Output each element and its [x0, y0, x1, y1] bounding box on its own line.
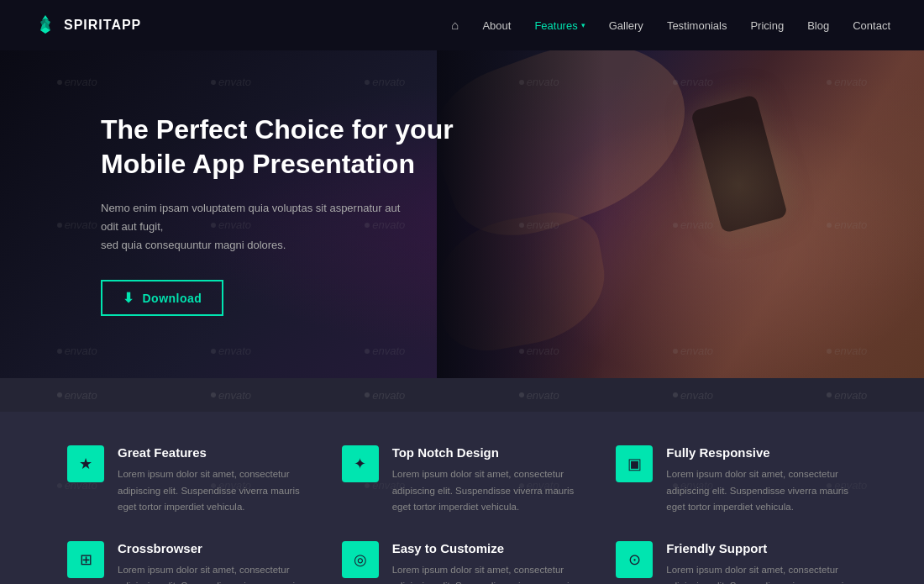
- feature-text-fully-responsive: Fully Responsive Lorem ipsum dolor sit a…: [666, 445, 857, 516]
- nav-blog[interactable]: Blog: [807, 18, 829, 33]
- feature-icon-easy-to-customize: ◎: [342, 541, 379, 578]
- features-grid: ★ Great Features Lorem ipsum dolor sit a…: [67, 445, 857, 584]
- feature-text-easy-to-customize: Easy to Customize Lorem ipsum dolor sit …: [392, 541, 583, 584]
- home-icon: ⌂: [451, 18, 459, 32]
- feature-icon-fully-responsive: ▣: [616, 445, 653, 482]
- hero-title: The Perfect Choice for your Mobile App P…: [101, 113, 470, 182]
- feature-item-fully-responsive: ▣ Fully Responsive Lorem ipsum dolor sit…: [616, 445, 857, 516]
- feature-item-great-features: ★ Great Features Lorem ipsum dolor sit a…: [67, 445, 308, 516]
- hero-description: Nemo enim ipsam voluptatem quia voluptas…: [101, 199, 420, 255]
- feature-icon-crossbrowser: ⊞: [67, 541, 104, 578]
- nav-features[interactable]: Features ▾: [534, 19, 585, 32]
- nav-home[interactable]: ⌂: [451, 18, 459, 33]
- feature-icon-great-features: ★: [67, 445, 104, 482]
- feature-text-great-features: Great Features Lorem ipsum dolor sit ame…: [118, 445, 308, 516]
- feature-text-crossbrowser: Crossbrowser Lorem ipsum dolor sit amet,…: [118, 541, 308, 584]
- nav-testimonials[interactable]: Testimonials: [667, 18, 727, 33]
- feature-item-friendly-support: ⊙ Friendly Support Lorem ipsum dolor sit…: [616, 541, 857, 584]
- hero-image: [437, 50, 924, 378]
- feature-text-top-notch-design: Top Notch Design Lorem ipsum dolor sit a…: [392, 445, 583, 516]
- logo[interactable]: SPIRITAPP: [34, 13, 141, 37]
- download-button[interactable]: ⬇ Download: [101, 280, 223, 316]
- nav-links: ⌂ About Features ▾ Gallery Testimonials …: [451, 18, 890, 33]
- navbar: SPIRITAPP ⌂ About Features ▾ Gallery Tes…: [0, 0, 924, 50]
- chevron-down-icon: ▾: [581, 21, 585, 29]
- feature-icon-friendly-support: ⊙: [616, 541, 653, 578]
- nav-pricing[interactable]: Pricing: [750, 18, 784, 33]
- nav-contact[interactable]: Contact: [853, 18, 890, 33]
- nav-gallery[interactable]: Gallery: [609, 18, 643, 33]
- feature-item-easy-to-customize: ◎ Easy to Customize Lorem ipsum dolor si…: [342, 541, 583, 584]
- feature-icon-top-notch-design: ✦: [342, 445, 379, 482]
- feature-text-friendly-support: Friendly Support Lorem ipsum dolor sit a…: [666, 541, 857, 584]
- nav-about[interactable]: About: [482, 18, 511, 33]
- hero-section: envato envato envato envato envato envat…: [0, 50, 924, 378]
- logo-icon: [34, 13, 57, 37]
- download-icon: ⬇: [123, 290, 134, 306]
- feature-item-crossbrowser: ⊞ Crossbrowser Lorem ipsum dolor sit ame…: [67, 541, 308, 584]
- hero-content: The Perfect Choice for your Mobile App P…: [0, 113, 470, 316]
- feature-item-top-notch-design: ✦ Top Notch Design Lorem ipsum dolor sit…: [342, 445, 583, 516]
- divider-strip: envato envato envato envato envato envat…: [0, 378, 924, 412]
- features-section: envato envato envato envato envato envat…: [0, 412, 924, 584]
- brand-name: SPIRITAPP: [64, 18, 141, 33]
